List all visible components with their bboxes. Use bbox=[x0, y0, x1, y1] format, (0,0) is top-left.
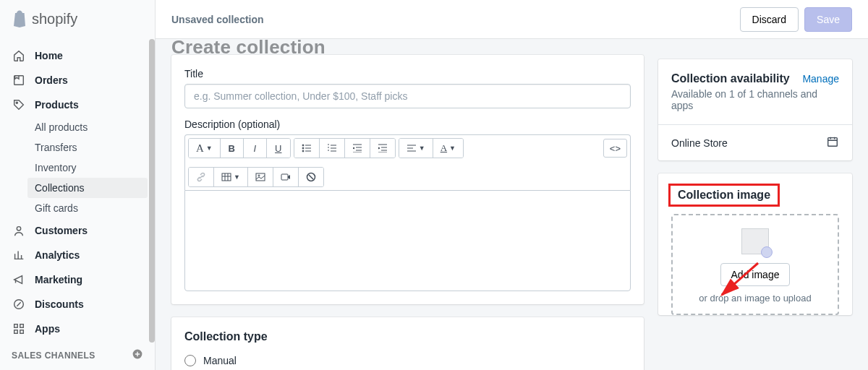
rte-image-button[interactable] bbox=[248, 168, 273, 186]
rte-bold-button[interactable]: B bbox=[221, 139, 244, 158]
rte-link-button[interactable] bbox=[189, 168, 214, 186]
sales-channels-heading: SALES CHANNELS bbox=[0, 341, 155, 366]
availability-title: Collection availability bbox=[671, 72, 790, 85]
nav-home[interactable]: Home bbox=[0, 43, 155, 68]
title-label: Title bbox=[184, 68, 631, 79]
topbar-title: Unsaved collection bbox=[171, 14, 264, 25]
nav-label: Home bbox=[35, 50, 63, 61]
orders-icon bbox=[12, 73, 26, 87]
primary-nav: Home Orders Products All products Transf… bbox=[0, 38, 155, 370]
svg-point-10 bbox=[302, 145, 304, 146]
svg-point-12 bbox=[302, 150, 304, 152]
main-area: Unsaved collection Discard Save Create c… bbox=[156, 0, 868, 370]
subnav-label: Gift cards bbox=[35, 202, 78, 214]
title-description-card: Title Description (optional) A▼ B I U bbox=[171, 55, 644, 304]
manual-label: Manual bbox=[203, 355, 237, 366]
manual-radio[interactable] bbox=[184, 355, 196, 366]
svg-point-11 bbox=[302, 147, 304, 149]
rte-table-button[interactable]: ▼ bbox=[214, 168, 248, 186]
subnav-inventory[interactable]: Inventory bbox=[0, 158, 155, 178]
sidebar-scrollbar[interactable] bbox=[149, 39, 155, 343]
sidebar: shopify Home Orders Products All product… bbox=[0, 0, 156, 370]
nav-label: Customers bbox=[35, 225, 88, 236]
subnav-label: Transfers bbox=[35, 142, 77, 153]
nav-discounts[interactable]: Discounts bbox=[0, 292, 155, 317]
svg-point-15 bbox=[258, 175, 260, 176]
manage-availability-link[interactable]: Manage bbox=[802, 73, 839, 85]
collection-title-input[interactable] bbox=[184, 84, 631, 108]
page-title: Create collection bbox=[171, 39, 644, 55]
svg-rect-16 bbox=[281, 174, 288, 180]
nav-marketing[interactable]: Marketing bbox=[0, 267, 155, 292]
rte-underline-button[interactable]: U bbox=[267, 139, 290, 158]
collection-image-card: Collection image Add image or drop an im… bbox=[658, 173, 852, 315]
nav-label: Products bbox=[35, 99, 79, 111]
collection-image-title: Collection image bbox=[678, 189, 770, 201]
home-icon bbox=[12, 48, 26, 63]
rte-indent-button[interactable] bbox=[370, 139, 395, 158]
rte-outdent-button[interactable] bbox=[345, 139, 370, 158]
analytics-icon bbox=[12, 248, 26, 262]
products-subnav: All products Transfers Inventory Collect… bbox=[0, 117, 155, 218]
nav-orders[interactable]: Orders bbox=[0, 68, 155, 92]
svg-rect-6 bbox=[14, 330, 18, 334]
subnav-all-products[interactable]: All products bbox=[0, 117, 155, 137]
shopify-wordmark: shopify bbox=[32, 11, 77, 27]
nav-analytics[interactable]: Analytics bbox=[0, 243, 155, 267]
nav-label: Analytics bbox=[35, 249, 80, 261]
add-channel-icon[interactable] bbox=[132, 348, 143, 362]
image-drop-zone[interactable]: Add image or drop an image to upload bbox=[671, 214, 839, 315]
save-button[interactable]: Save bbox=[804, 7, 852, 32]
collection-type-title: Collection type bbox=[171, 317, 644, 353]
collection-image-heading-highlight: Collection image bbox=[668, 184, 780, 207]
rte-clear-format-button[interactable] bbox=[299, 168, 323, 186]
marketing-icon bbox=[12, 272, 26, 287]
subnav-label: All products bbox=[35, 121, 88, 133]
rte-html-toggle[interactable]: <> bbox=[603, 139, 627, 158]
svg-point-1 bbox=[16, 102, 17, 103]
rte-video-button[interactable] bbox=[273, 168, 299, 186]
add-image-button[interactable]: Add image bbox=[720, 263, 791, 286]
subnav-label: Inventory bbox=[35, 162, 77, 173]
svg-rect-13 bbox=[222, 173, 231, 181]
sales-channels-label: SALES CHANNELS bbox=[12, 350, 95, 361]
rte-color-dropdown[interactable]: A▼ bbox=[433, 139, 463, 158]
svg-rect-7 bbox=[20, 330, 24, 334]
svg-rect-4 bbox=[14, 324, 18, 328]
rte-bullet-list-button[interactable] bbox=[294, 139, 320, 158]
nav-label: Apps bbox=[35, 323, 60, 335]
rte-editor[interactable] bbox=[184, 190, 631, 291]
subnav-collections[interactable]: Collections bbox=[27, 178, 148, 198]
image-placeholder-icon bbox=[741, 228, 769, 254]
svg-rect-5 bbox=[20, 324, 24, 328]
availability-subtitle: Available on 1 of 1 channels and apps bbox=[671, 88, 839, 111]
apps-icon bbox=[12, 322, 26, 336]
rte-toolbar: A▼ B I U ▼ A▼ bbox=[184, 134, 631, 190]
products-icon bbox=[12, 98, 26, 112]
discard-button[interactable]: Discard bbox=[740, 7, 799, 32]
nav-label: Discounts bbox=[35, 298, 84, 310]
nav-label: Marketing bbox=[35, 274, 82, 285]
svg-point-2 bbox=[17, 227, 20, 231]
svg-rect-18 bbox=[828, 138, 838, 147]
shopify-logo[interactable]: shopify bbox=[0, 0, 155, 38]
customers-icon bbox=[12, 223, 26, 238]
nav-customers[interactable]: Customers bbox=[0, 218, 155, 243]
nav-online-store[interactable]: Online Store bbox=[0, 366, 155, 370]
subnav-gift-cards[interactable]: Gift cards bbox=[0, 198, 155, 218]
rte-align-dropdown[interactable]: ▼ bbox=[399, 139, 433, 158]
drop-hint-text: or drop an image to upload bbox=[699, 293, 811, 304]
rte-format-dropdown[interactable]: A▼ bbox=[189, 139, 221, 158]
nav-apps[interactable]: Apps bbox=[0, 317, 155, 341]
subnav-label: Collections bbox=[35, 182, 84, 194]
rte-italic-button[interactable]: I bbox=[244, 139, 267, 158]
rte-number-list-button[interactable] bbox=[320, 139, 345, 158]
topbar: Unsaved collection Discard Save bbox=[156, 0, 868, 39]
calendar-icon[interactable] bbox=[826, 135, 839, 150]
nav-products[interactable]: Products bbox=[0, 92, 155, 117]
availability-card: Collection availability Manage Available… bbox=[658, 59, 852, 160]
description-label: Description (optional) bbox=[184, 119, 631, 130]
online-store-channel-row[interactable]: Online Store bbox=[658, 124, 852, 160]
subnav-transfers[interactable]: Transfers bbox=[0, 137, 155, 158]
manual-type-option[interactable]: Manual bbox=[171, 353, 644, 369]
